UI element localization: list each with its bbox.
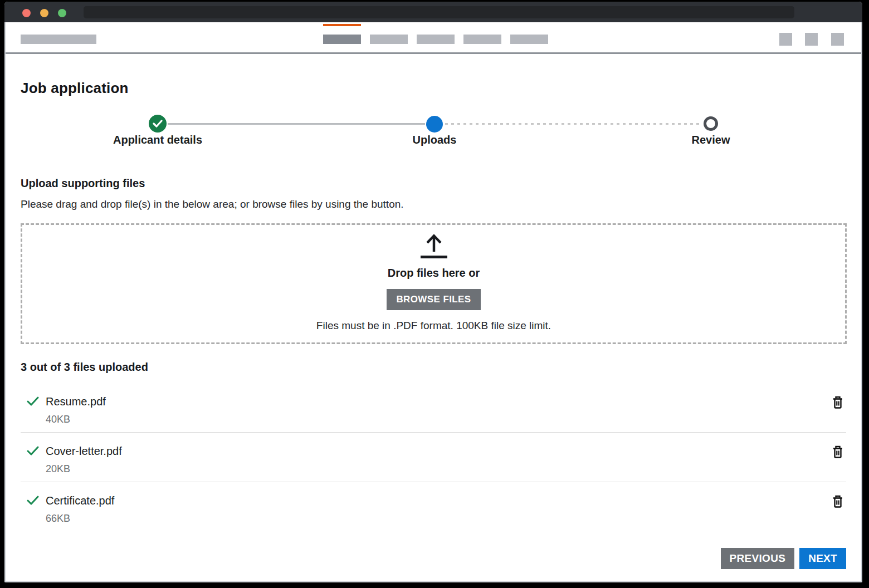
file-row-cover-letter: Cover-letter.pdf 20KB: [21, 433, 846, 482]
delete-file-button[interactable]: [832, 495, 844, 510]
file-success-check-icon: [27, 496, 39, 506]
delete-file-button[interactable]: [832, 396, 844, 411]
file-name: Cover-letter.pdf: [46, 444, 832, 458]
browse-files-button[interactable]: BROWSE FILES: [387, 289, 480, 310]
file-row-certificate: Certificate.pdf 66KB: [21, 482, 846, 531]
nav-action-placeholder[interactable]: [805, 33, 818, 46]
zoom-window-button[interactable]: [58, 9, 66, 17]
file-dropzone[interactable]: Drop files here or BROWSE FILES Files mu…: [21, 223, 847, 344]
browser-window: Job application Applicant details Upload…: [4, 2, 862, 582]
file-success-check-icon: [27, 396, 39, 406]
nav-item-placeholder-active[interactable]: [323, 35, 361, 44]
delete-file-button[interactable]: [832, 445, 844, 460]
drop-files-text: Drop files here or: [388, 267, 480, 280]
stepper-connector-upcoming: [445, 123, 700, 125]
nav-action-placeholder[interactable]: [779, 33, 792, 46]
nav-item-placeholder[interactable]: [463, 35, 501, 44]
wizard-footer: PREVIOUS NEXT: [6, 548, 846, 569]
step-label-applicant-details[interactable]: Applicant details: [113, 134, 202, 146]
uploaded-file-list: Resume.pdf 40KB: [21, 383, 846, 531]
trash-icon: [832, 396, 844, 409]
window-titlebar: [4, 2, 862, 22]
upload-section-heading: Upload supporting files: [21, 176, 861, 190]
file-size: 66KB: [46, 512, 832, 525]
stepper-connector-complete: [168, 123, 425, 125]
step-complete-icon[interactable]: [149, 115, 167, 133]
trash-icon: [832, 495, 844, 508]
upload-section-description: Please drag and drop file(s) in the belo…: [21, 197, 861, 211]
nav-item-placeholder[interactable]: [417, 35, 455, 44]
next-button[interactable]: NEXT: [799, 548, 846, 569]
logo-placeholder: [21, 35, 96, 44]
site-navbar: [6, 22, 861, 54]
file-success-check-icon: [27, 446, 39, 456]
close-window-button[interactable]: [22, 9, 31, 17]
file-name: Certificate.pdf: [46, 494, 832, 507]
nav-action-placeholder[interactable]: [831, 33, 844, 46]
step-label-uploads[interactable]: Uploads: [413, 134, 457, 146]
trash-icon: [832, 445, 844, 459]
step-upcoming-ring[interactable]: [704, 116, 718, 131]
progress-stepper: Applicant details Uploads Review: [6, 103, 861, 154]
step-label-review[interactable]: Review: [692, 134, 730, 146]
upload-icon: [418, 233, 450, 259]
file-info: Cover-letter.pdf 20KB: [46, 444, 832, 475]
file-row-resume: Resume.pdf 40KB: [21, 383, 846, 433]
nav-item-placeholder[interactable]: [510, 35, 548, 44]
nav-item-placeholder[interactable]: [370, 35, 408, 44]
file-info: Resume.pdf 40KB: [46, 395, 832, 425]
files-uploaded-summary: 3 out of 3 files uploaded: [21, 360, 861, 374]
step-active-dot[interactable]: [426, 116, 443, 133]
file-name: Resume.pdf: [46, 395, 832, 408]
file-format-note: Files must be in .PDF format. 100KB file…: [316, 320, 551, 332]
check-icon: [153, 120, 163, 128]
page-title: Job application: [21, 79, 861, 97]
file-size: 20KB: [46, 463, 832, 475]
minimize-window-button[interactable]: [40, 9, 48, 17]
main-content: Job application Applicant details Upload…: [6, 79, 861, 569]
file-size: 40KB: [46, 413, 832, 425]
active-tab-indicator: [323, 24, 361, 26]
file-info: Certificate.pdf 66KB: [46, 494, 832, 525]
address-bar[interactable]: [84, 6, 794, 18]
previous-button[interactable]: PREVIOUS: [721, 548, 795, 569]
